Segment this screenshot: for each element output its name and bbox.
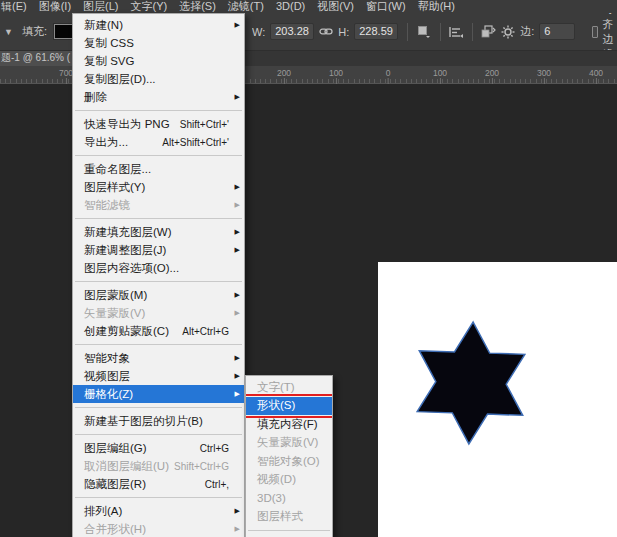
menu-item-label: 栅格化(Z)	[84, 387, 133, 402]
menubar-item[interactable]: 图层(L)	[77, 0, 124, 13]
menu-item-label: 图层蒙版(M)	[84, 288, 147, 303]
menu-item: 文字(T)	[246, 378, 332, 397]
height-input[interactable]: 228.59	[354, 23, 398, 40]
path-alignment-icon[interactable]	[449, 23, 463, 41]
menu-item-label: 视频(D)	[257, 472, 296, 487]
menu-separator	[73, 106, 244, 115]
menu-item[interactable]: 隐藏图层(R)Ctrl+,	[73, 475, 244, 493]
path-arrangement-icon[interactable]	[481, 23, 496, 41]
menu-item[interactable]: 新建调整图层(J)▶	[73, 241, 244, 259]
menu-item[interactable]: 新建基于图层的切片(B)	[73, 412, 244, 430]
sides-input[interactable]: 6	[539, 23, 575, 40]
menu-separator	[73, 151, 244, 160]
menu-item-label: 新建(N)	[84, 18, 123, 33]
submenu-arrow-icon: ▶	[232, 309, 240, 317]
menu-item-label: 图层样式(Y)	[84, 180, 145, 195]
menu-item-label: 智能对象(O)	[257, 454, 320, 469]
fill-color-swatch[interactable]	[54, 24, 73, 39]
menu-item-label: 智能对象	[84, 351, 130, 366]
menu-item-label: 取消图层编组(U)	[84, 459, 169, 474]
menu-item-label: 复制 CSS	[84, 36, 134, 51]
menu-item[interactable]: 形状(S)	[246, 397, 332, 416]
menu-item[interactable]: 新建填充图层(W)▶	[73, 223, 244, 241]
menu-item[interactable]: 栅格化(Z)▶	[73, 385, 244, 403]
path-operations-icon[interactable]	[417, 23, 431, 41]
gear-icon[interactable]	[501, 23, 515, 41]
submenu-arrow-icon: ▶	[232, 21, 240, 29]
submenu-arrow-icon: ▶	[232, 525, 240, 533]
menu-separator	[246, 526, 332, 535]
menu-item[interactable]: 导出为...Alt+Shift+Ctrl+'	[73, 133, 244, 151]
ruler-tick-label: 0	[386, 68, 391, 78]
menu-item-label: 形状(S)	[257, 398, 295, 413]
ruler-tick-label: 700	[59, 68, 73, 78]
menu-item[interactable]: 快速导出为 PNGShift+Ctrl+'	[73, 115, 244, 133]
menu-item-label: 合并形状(H)	[84, 522, 146, 537]
menubar-item[interactable]: 视图(V)	[311, 0, 360, 13]
menu-item[interactable]: 删除▶	[73, 88, 244, 106]
menu-item[interactable]: 图层样式(Y)▶	[73, 178, 244, 196]
menu-item-label: 文字(T)	[257, 380, 295, 395]
menu-item[interactable]: 复制 SVG	[73, 52, 244, 70]
menu-item[interactable]: 重命名图层...	[73, 160, 244, 178]
menu-item[interactable]: 排列(A)▶	[73, 502, 244, 520]
menu-item[interactable]: 图层内容选项(O)...	[73, 259, 244, 277]
submenu-arrow-icon: ▶	[232, 291, 240, 299]
menubar-item[interactable]: 图像(I)	[33, 0, 77, 13]
ruler-tick-label: 100	[329, 68, 343, 78]
menu-item[interactable]: 视频图层▶	[73, 367, 244, 385]
menubar-item[interactable]: 辑(E)	[0, 0, 33, 13]
menu-item-label: 排列(A)	[84, 504, 122, 519]
menu-item[interactable]: 复制图层(D)...	[73, 70, 244, 88]
menu-item[interactable]: 创建剪贴蒙版(C)Alt+Ctrl+G	[73, 322, 244, 340]
submenu-arrow-icon: ▶	[232, 246, 240, 254]
menu-item-label: 复制 SVG	[84, 54, 134, 69]
submenu-arrow-icon: ▶	[232, 183, 240, 191]
menu-item-label: 智能滤镜	[84, 198, 130, 213]
menubar-item[interactable]: 文字(Y)	[125, 0, 174, 13]
menubar-item[interactable]: 窗口(W)	[360, 0, 412, 13]
menu-item-label: 复制图层(D)...	[84, 72, 156, 87]
menu-item[interactable]: 新建(N)▶	[73, 16, 244, 34]
ruler-tick-label: 300	[537, 68, 551, 78]
menu-item-label: 新建调整图层(J)	[84, 243, 166, 258]
menu-bar: 辑(E)图像(I)图层(L)文字(Y)选择(S)滤镜(T)3D(D)视图(V)窗…	[0, 0, 617, 13]
menu-item[interactable]: 复制 CSS	[73, 34, 244, 52]
menubar-item[interactable]: 帮助(H)	[412, 0, 461, 13]
menu-item-label: 矢量蒙版(V)	[257, 435, 318, 450]
menu-item-label: 隐藏图层(R)	[84, 477, 146, 492]
submenu-arrow-icon: ▶	[232, 228, 240, 236]
menubar-item[interactable]: 滤镜(T)	[222, 0, 270, 13]
menu-item-label: 3D(3)	[257, 492, 286, 504]
submenu-arrow-icon: ▶	[232, 93, 240, 101]
menu-item-shortcut: Alt+Ctrl+G	[182, 326, 229, 337]
menu-item-label: 重命名图层...	[84, 162, 151, 177]
menu-item-shortcut: Shift+Ctrl+G	[174, 461, 229, 472]
menubar-item[interactable]: 选择(S)	[173, 0, 222, 13]
menu-item-shortcut: Ctrl+G	[200, 443, 229, 454]
artboard[interactable]	[378, 262, 617, 537]
ruler-tick-label: 200	[485, 68, 499, 78]
ruler-tick-label: 200	[277, 68, 291, 78]
star-shape[interactable]	[373, 259, 617, 537]
menu-item[interactable]: 图层蒙版(M)▶	[73, 286, 244, 304]
menu-item[interactable]: 智能对象▶	[73, 349, 244, 367]
rasterize-submenu: 文字(T)形状(S)填充内容(F)矢量蒙版(V)智能对象(O)视频(D)3D(3…	[245, 375, 333, 537]
menu-item-label: 创建剪贴蒙版(C)	[84, 324, 169, 339]
chevron-down-icon[interactable]: ▼	[4, 27, 13, 37]
width-label: W:	[252, 26, 265, 38]
menubar-item[interactable]: 3D(D)	[270, 0, 311, 13]
menu-item-label: 快速导出为 PNG	[84, 117, 170, 132]
menu-item-label: 矢量蒙版(V)	[84, 306, 145, 321]
menu-item[interactable]: 填充内容(F)	[246, 415, 332, 434]
submenu-arrow-icon: ▶	[232, 201, 240, 209]
align-edges-checkbox[interactable]	[592, 26, 597, 38]
menu-separator	[73, 214, 244, 223]
menu-item: 视频(D)	[246, 471, 332, 490]
menu-item: 智能对象(O)	[246, 452, 332, 471]
menu-item-shortcut: Ctrl+,	[205, 479, 229, 490]
menu-item[interactable]: 图层编组(G)Ctrl+G	[73, 439, 244, 457]
menu-item-shortcut: Shift+Ctrl+'	[180, 119, 229, 130]
link-dimensions-icon[interactable]	[319, 23, 333, 41]
width-input[interactable]: 203.28	[270, 23, 314, 40]
